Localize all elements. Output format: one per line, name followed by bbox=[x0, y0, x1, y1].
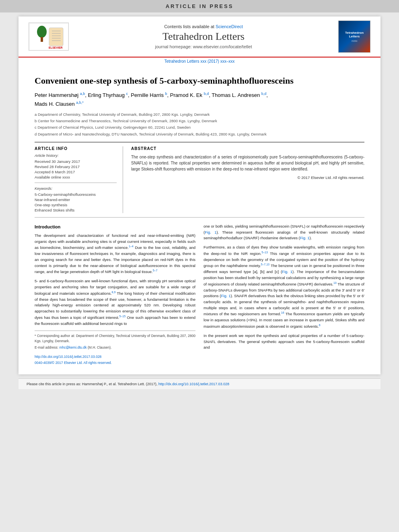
document: ELSEVIER Contents lists available at Sci… bbox=[19, 16, 380, 374]
left-column: Introduction The development and charact… bbox=[35, 224, 195, 366]
doi-anchor-1[interactable]: http://dx.doi.org/10.1016/j.tetlet.2017.… bbox=[35, 355, 101, 359]
fig1-link-2[interactable]: Fig. 1 bbox=[300, 236, 310, 240]
author-thomas: Thomas L. Andresen b,d bbox=[212, 92, 266, 98]
abstract-section: ABSTRACT The one-step synthesis and char… bbox=[131, 146, 364, 213]
info-divider bbox=[35, 183, 117, 183]
article-title: Convenient one-step synthesis of 5-carbo… bbox=[35, 75, 364, 87]
keyword-1: 5-Carboxy-seminaphthofluoresceins bbox=[35, 192, 117, 197]
journal-cover: Tetrahedron Letters ISSN bbox=[336, 21, 372, 53]
journal-cover-image: Tetrahedron Letters ISSN bbox=[338, 21, 370, 53]
email-attribution: (M.H. Clausen). bbox=[88, 345, 112, 349]
right-column: one or both sides, yielding seminaphthof… bbox=[204, 224, 364, 366]
fig1-link-1[interactable]: Fig. 1 bbox=[205, 230, 216, 234]
right-paragraph-1: one or both sides, yielding seminaphthof… bbox=[204, 224, 364, 241]
abstract-text: The one-step synthesis and characterizat… bbox=[131, 154, 364, 172]
svg-rect-3 bbox=[49, 28, 63, 46]
received-date: Received 30 January 2017 bbox=[35, 159, 117, 164]
intro-paragraph-2: 5- and 6-carboxy-fluorescein are well-kn… bbox=[35, 278, 195, 327]
author-mads: Mads H. Clausen a,b,* bbox=[35, 101, 84, 107]
citation-doi-link[interactable]: http://dx.doi.org/10.1016/j.tetlet.2017.… bbox=[158, 382, 229, 386]
author-pramod: Pramod K. Ek b,d bbox=[170, 92, 209, 98]
info-abstract: ARTICLE INFO Article history: Received 3… bbox=[35, 142, 364, 218]
article-info-title: ARTICLE INFO bbox=[35, 146, 117, 151]
keyword-3: One-step synthesis bbox=[35, 203, 117, 207]
journal-title: Tetrahedron Letters bbox=[75, 31, 332, 43]
svg-rect-2 bbox=[41, 37, 43, 42]
author-peter: Peter Hammershøj a,b bbox=[35, 92, 85, 98]
article-info: ARTICLE INFO Article history: Received 3… bbox=[35, 146, 123, 213]
email-link[interactable]: mhc@kemi.dtu.dk bbox=[59, 345, 86, 349]
footnotes: * Corresponding author at: Department of… bbox=[35, 331, 195, 350]
right-paragraph-3: In the present work we report the synthe… bbox=[204, 333, 364, 351]
elsevier-logo-box: ELSEVIER bbox=[29, 23, 69, 51]
intro-paragraph-1: The development and characterization of … bbox=[35, 233, 195, 275]
journal-homepage: journal homepage: www.elsevier.com/locat… bbox=[75, 44, 332, 49]
corresponding-author-note: * Corresponding author at: Department of… bbox=[35, 333, 195, 344]
affiliation-d: d Department of Micro- and Nanotechnolog… bbox=[35, 131, 364, 137]
elsevier-logo: ELSEVIER bbox=[27, 23, 71, 51]
sciencedirect-link[interactable]: ScienceDirect bbox=[216, 24, 243, 29]
journal-center: Contents lists available at ScienceDirec… bbox=[71, 24, 336, 49]
affiliations: a Department of Chemistry, Technical Uni… bbox=[35, 112, 364, 137]
history-label: Article history: bbox=[35, 153, 117, 158]
keywords-label: Keywords: bbox=[35, 186, 117, 191]
introduction-heading: Introduction bbox=[35, 224, 195, 230]
authors: Peter Hammershøj a,b, Erling Thyrhaug c,… bbox=[35, 91, 364, 109]
affiliation-b: b Center for Nanomedicine and Theranosti… bbox=[35, 118, 364, 124]
elsevier-svg: ELSEVIER bbox=[30, 24, 68, 50]
svg-point-1 bbox=[37, 26, 47, 38]
fig1-link-4[interactable]: Fig. 1 bbox=[221, 294, 231, 298]
right-paragraph-2: Furthermore, as a class of dyes they sho… bbox=[204, 244, 364, 330]
author-pernille: Pernille Harris b bbox=[131, 92, 167, 98]
abstract-title: ABSTRACT bbox=[131, 146, 364, 151]
revised-date: Revised 28 February 2017 bbox=[35, 164, 117, 169]
journal-header: ELSEVIER Contents lists available at Sci… bbox=[19, 16, 380, 58]
copyright: © 2017 Elsevier Ltd. All rights reserved… bbox=[131, 175, 364, 180]
doi-links: http://dx.doi.org/10.1016/j.tetlet.2017.… bbox=[35, 354, 195, 366]
keyword-2: Near-infrared-emitter bbox=[35, 197, 117, 202]
affiliation-a: a Department of Chemistry, Technical Uni… bbox=[35, 112, 364, 117]
affiliation-c: c Department of Chemical Physics, Lund U… bbox=[35, 125, 364, 130]
fig1-link-3[interactable]: Fig. 1 bbox=[282, 269, 292, 274]
doi-link-2: 0040-4039/© 2017 Elsevier Ltd. All right… bbox=[35, 360, 195, 366]
author-erling: Erling Thyrhaug c bbox=[88, 92, 128, 98]
svg-text:ELSEVIER: ELSEVIER bbox=[49, 46, 63, 49]
doi-link-1: http://dx.doi.org/10.1016/j.tetlet.2017.… bbox=[35, 354, 195, 359]
keyword-4: Enhanced Stokes shifts bbox=[35, 208, 117, 212]
article-body: Convenient one-step synthesis of 5-carbo… bbox=[19, 65, 380, 374]
contents-link: Contents lists available at ScienceDirec… bbox=[75, 24, 332, 29]
accepted-date: Accepted 8 March 2017 bbox=[35, 170, 117, 174]
email-note: E-mail address: mhc@kemi.dtu.dk (M.H. Cl… bbox=[35, 345, 195, 350]
citation-text: Please cite this article in press as: Ha… bbox=[27, 382, 229, 386]
article-in-press-banner: ARTICLE IN PRESS bbox=[0, 0, 399, 12]
citation-bar: Please cite this article in press as: Ha… bbox=[19, 378, 380, 389]
doi-line: Tetrahedron Letters xxx (2017) xxx–xxx bbox=[19, 58, 380, 65]
available-date: Available online xxxx bbox=[35, 175, 117, 179]
main-content: Introduction The development and charact… bbox=[35, 224, 364, 366]
